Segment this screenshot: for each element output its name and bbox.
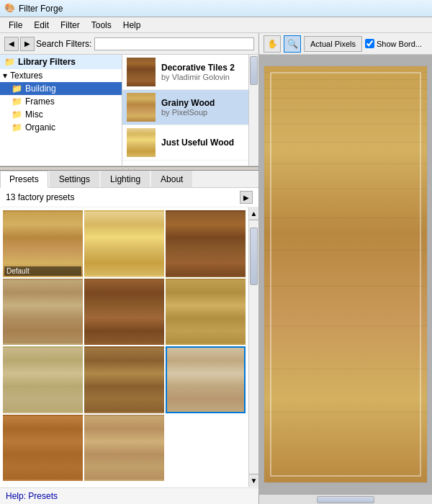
presets-expand-button[interactable]: ▶	[240, 191, 253, 204]
preset-thumb-6[interactable]	[166, 279, 246, 346]
app-body: ◀ ▶ Search Filters: 📁 Library Filters ▾ …	[0, 33, 432, 504]
zoom-tool-button[interactable]: 🔍	[284, 35, 301, 53]
filter-item-grainy-wood[interactable]: Grainy Wood by PixelSoup	[122, 90, 248, 125]
frames-folder-icon: 📁	[12, 96, 22, 107]
presets-scrollbar[interactable]: ▲ ▼	[248, 207, 258, 487]
right-panel: ✋ 🔍 Actual Pixels Show Bord...	[259, 33, 432, 504]
filter-item-decorative-tiles[interactable]: Decorative Tiles 2 by Vladimir Golovin	[122, 55, 248, 90]
preset-thumb-3[interactable]	[166, 210, 246, 277]
tree-misc-label: Misc	[25, 109, 43, 120]
search-input[interactable]	[94, 37, 254, 50]
preview-toolbar: ✋ 🔍 Actual Pixels Show Bord...	[259, 33, 432, 55]
menu-edit[interactable]: Edit	[28, 19, 55, 32]
filter-author-decorative-tiles: by Vladimir Golovin	[161, 73, 235, 81]
filter-item-just-useful-wood[interactable]: Just Useful Wood	[122, 125, 248, 161]
misc-folder-icon: 📁	[12, 109, 22, 120]
filter-name-decorative-tiles: Decorative Tiles 2	[161, 63, 235, 73]
filter-thumb-grainy-wood	[127, 93, 156, 122]
tab-settings[interactable]: Settings	[50, 171, 99, 187]
scroll-thumb	[250, 228, 258, 285]
filter-info-just-useful-wood: Just Useful Wood	[161, 138, 234, 148]
menu-tools[interactable]: Tools	[86, 19, 117, 32]
preset-thumb-11[interactable]	[84, 415, 164, 482]
preview-inner-border	[270, 72, 421, 477]
menu-file[interactable]: File	[3, 19, 28, 32]
tabs-area: Presets Settings Lighting About 13 facto…	[0, 171, 258, 487]
preset-thumb-4[interactable]	[3, 279, 83, 346]
show-borders-checkbox[interactable]	[365, 39, 374, 48]
tree-building-label: Building	[25, 84, 56, 94]
nav-forward-button[interactable]: ▶	[20, 37, 35, 51]
tab-presets[interactable]: Presets	[0, 171, 48, 188]
search-bar: ◀ ▶ Search Filters:	[0, 33, 258, 55]
library-header: 📁 Library Filters	[0, 55, 122, 69]
menu-bar: File Edit Filter Tools Help	[0, 17, 432, 33]
tree-textures-label: Textures	[10, 71, 42, 81]
preset-thumb-2[interactable]	[84, 210, 164, 277]
preset-thumb-7[interactable]	[3, 346, 83, 413]
preset-thumb-10[interactable]	[3, 415, 83, 482]
tree-frames[interactable]: 📁 Frames	[0, 95, 122, 108]
tree-organic-label: Organic	[25, 122, 55, 132]
scroll-track	[249, 220, 258, 474]
filter-list-container: Decorative Tiles 2 by Vladimir Golovin G…	[122, 55, 258, 166]
preset-thumb-5[interactable]	[84, 279, 164, 346]
show-borders-container: Show Bord...	[365, 39, 422, 48]
filter-name-just-useful-wood: Just Useful Wood	[161, 138, 234, 148]
tab-about[interactable]: About	[151, 171, 192, 187]
filter-list: Decorative Tiles 2 by Vladimir Golovin G…	[122, 55, 248, 166]
presets-count-label: 13 factory presets	[6, 192, 74, 202]
menu-filter[interactable]: Filter	[55, 19, 86, 32]
tree-misc[interactable]: 📁 Misc	[0, 108, 122, 121]
show-borders-label-text: Show Bord...	[377, 40, 422, 48]
filter-info-decorative-tiles: Decorative Tiles 2 by Vladimir Golovin	[161, 63, 235, 81]
actual-pixels-button[interactable]: Actual Pixels	[304, 36, 362, 52]
tab-lighting[interactable]: Lighting	[101, 171, 150, 187]
nav-back-button[interactable]: ◀	[4, 37, 19, 51]
preset-thumb-8[interactable]	[84, 346, 164, 413]
filter-thumb-just-useful-wood	[127, 128, 156, 157]
filter-info-grainy-wood: Grainy Wood by PixelSoup	[161, 98, 215, 117]
organic-folder-icon: 📁	[12, 122, 22, 132]
help-text[interactable]: Help: Presets	[0, 487, 258, 504]
app-title: Filter Forge	[19, 4, 63, 14]
library-title: Library Filters	[18, 57, 76, 67]
tree-frames-label: Frames	[25, 96, 55, 107]
filter-scrollbar-thumb	[250, 56, 258, 85]
left-panel: ◀ ▶ Search Filters: 📁 Library Filters ▾ …	[0, 33, 259, 504]
scroll-up-button[interactable]: ▲	[249, 207, 258, 220]
hand-tool-button[interactable]: ✋	[264, 35, 281, 53]
textures-folder-icon: ▾	[3, 71, 7, 81]
tab-content-presets: 13 factory presets ▶ Default	[0, 188, 258, 487]
preset-thumb-9-selected[interactable]	[166, 346, 246, 413]
menu-help[interactable]: Help	[117, 19, 147, 32]
presets-header: 13 factory presets ▶	[0, 188, 258, 207]
building-folder-icon: 📁	[12, 84, 22, 94]
filter-thumb-decorative-tiles	[127, 58, 156, 86]
filter-list-scrollbar[interactable]	[248, 55, 258, 166]
preview-area	[259, 55, 432, 494]
preset-thumb-1[interactable]: Default	[3, 210, 83, 277]
library-area: 📁 Library Filters ▾ Textures 📁 Building …	[0, 55, 258, 166]
title-bar: 🎨 Filter Forge	[0, 0, 432, 17]
presets-grid: Default	[0, 207, 248, 487]
scrollbar-h-thumb	[317, 496, 374, 503]
presets-grid-container: Default	[0, 207, 258, 487]
filter-author-grainy-wood: by PixelSoup	[161, 108, 215, 117]
filter-name-grainy-wood: Grainy Wood	[161, 98, 215, 108]
preset-default-label: Default	[4, 266, 81, 276]
tree-organic[interactable]: 📁 Organic	[0, 121, 122, 134]
preview-scrollbar-h[interactable]	[259, 494, 432, 504]
tree-textures[interactable]: ▾ Textures	[0, 69, 122, 82]
tree-panel: 📁 Library Filters ▾ Textures 📁 Building …	[0, 55, 122, 166]
scroll-down-button[interactable]: ▼	[249, 474, 258, 487]
app-icon: 🎨	[4, 3, 16, 14]
tab-bar: Presets Settings Lighting About	[0, 171, 258, 188]
search-label: Search Filters:	[36, 39, 91, 49]
preview-canvas	[264, 66, 428, 483]
library-icon: 📁	[4, 57, 15, 67]
tree-building[interactable]: 📁 Building	[0, 82, 122, 95]
